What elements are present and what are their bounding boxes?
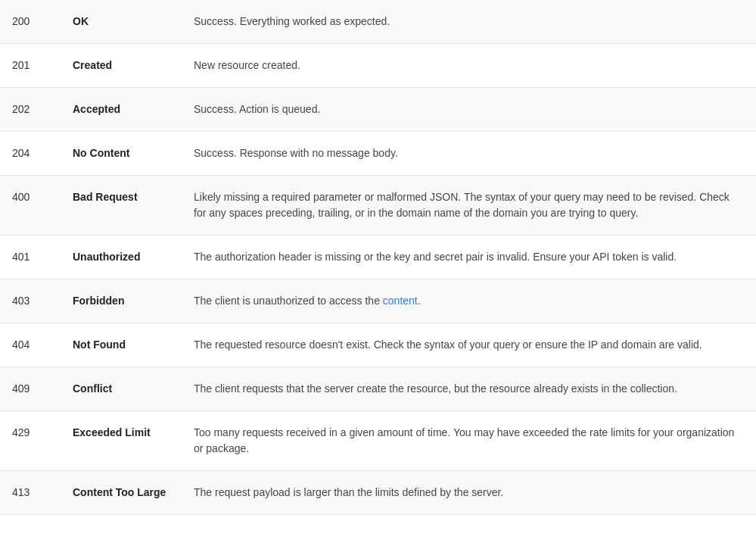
status-code: 202 xyxy=(0,88,61,132)
status-code: 401 xyxy=(0,236,61,279)
status-code: 204 xyxy=(0,132,61,176)
status-description: New resource created. xyxy=(182,44,756,88)
status-description: Likely missing a required parameter or m… xyxy=(182,176,756,236)
status-description: The authorization header is missing or t… xyxy=(182,236,756,279)
status-description: Success. Everything worked as expected. xyxy=(182,0,756,44)
status-description: Success. Action is queued. xyxy=(182,88,756,132)
status-label: Forbidden xyxy=(61,279,182,323)
status-description: Too many requests received in a given am… xyxy=(182,411,756,471)
status-code: 400 xyxy=(0,176,61,236)
table-row: 201CreatedNew resource created. xyxy=(0,44,756,88)
status-label: OK xyxy=(61,0,182,44)
content-link[interactable]: content xyxy=(383,295,418,307)
status-code: 404 xyxy=(0,323,61,367)
table-row: 429Exceeded LimitToo many requests recei… xyxy=(0,411,756,471)
table-row: 413Content Too LargeThe request payload … xyxy=(0,471,756,515)
status-label: Created xyxy=(61,44,182,88)
status-description: The request payload is larger than the l… xyxy=(182,471,756,515)
table-row: 200OKSuccess. Everything worked as expec… xyxy=(0,0,756,44)
table-row: 409ConflictThe client requests that the … xyxy=(0,367,756,411)
status-code: 201 xyxy=(0,44,61,88)
status-label: No Content xyxy=(61,132,182,176)
status-label: Exceeded Limit xyxy=(61,411,182,471)
status-label: Unauthorized xyxy=(61,236,182,279)
status-description: The requested resource doesn't exist. Ch… xyxy=(182,323,756,367)
status-code: 403 xyxy=(0,279,61,323)
status-description: The client requests that the server crea… xyxy=(182,367,756,411)
table-row: 401UnauthorizedThe authorization header … xyxy=(0,236,756,279)
table-row: 400Bad RequestLikely missing a required … xyxy=(0,176,756,236)
status-label: Content Too Large xyxy=(61,471,182,515)
status-label: Accepted xyxy=(61,88,182,132)
status-label: Not Found xyxy=(61,323,182,367)
status-code: 413 xyxy=(0,471,61,515)
status-code: 200 xyxy=(0,0,61,44)
status-codes-table: 200OKSuccess. Everything worked as expec… xyxy=(0,0,756,515)
table-row: 403ForbiddenThe client is unauthorized t… xyxy=(0,279,756,323)
table-row: 204No ContentSuccess. Response with no m… xyxy=(0,132,756,176)
status-description: Success. Response with no message body. xyxy=(182,132,756,176)
status-code: 409 xyxy=(0,367,61,411)
status-label: Conflict xyxy=(61,367,182,411)
status-description: The client is unauthorized to access the… xyxy=(182,279,756,323)
table-row: 202AcceptedSuccess. Action is queued. xyxy=(0,88,756,132)
table-row: 404Not FoundThe requested resource doesn… xyxy=(0,323,756,367)
status-code: 429 xyxy=(0,411,61,471)
status-label: Bad Request xyxy=(61,176,182,236)
